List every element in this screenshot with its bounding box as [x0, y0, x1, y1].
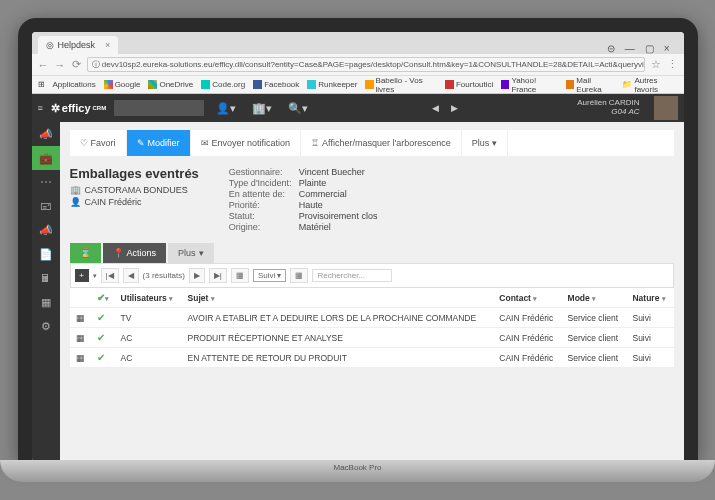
col-contact[interactable]: Contact ▾	[493, 288, 561, 308]
info-icon: ⓘ	[92, 59, 100, 70]
sidebar-item-active[interactable]: 💼	[32, 146, 60, 170]
check-icon: ✔	[91, 308, 115, 328]
record-company[interactable]: 🏢 CASTORAMA BONDUES	[70, 185, 199, 195]
row-menu-icon[interactable]: ▦	[70, 348, 91, 368]
cell-contact: CAIN Frédéric	[493, 348, 561, 368]
sidebar-item[interactable]: 📣	[32, 218, 60, 242]
avatar[interactable]	[654, 96, 678, 120]
table-row[interactable]: ▦✔TVAVOIR A ETABLIR ET A DEDUIRE LORS DE…	[70, 308, 674, 328]
sidebar-item[interactable]: 🖃	[32, 194, 60, 218]
global-search-input[interactable]	[114, 100, 204, 116]
bookmark[interactable]: Applications	[53, 80, 96, 89]
record-contact[interactable]: 👤 CAIN Frédéric	[70, 197, 199, 207]
check-icon: ✔	[91, 328, 115, 348]
col-nature[interactable]: Nature ▾	[626, 288, 673, 308]
col-sujet[interactable]: Sujet ▾	[182, 288, 494, 308]
cell-nature: Suivi	[626, 348, 673, 368]
address-input[interactable]: ⓘ devv10sp2.eureka-solutions.eu/efficy.d…	[87, 57, 645, 72]
minimize-icon[interactable]: —	[625, 43, 635, 54]
sidebar-item[interactable]: 📣	[32, 122, 60, 146]
modifier-button[interactable]: ✎ Modifier	[127, 130, 191, 156]
laptop-base: MacBook Pro	[0, 460, 715, 482]
col-mode[interactable]: Mode ▾	[562, 288, 627, 308]
cell-user: AC	[115, 328, 182, 348]
close-window-icon[interactable]: ×	[664, 43, 670, 54]
cell-nature: Suivi	[626, 308, 673, 328]
plus-button[interactable]: Plus ▾	[462, 130, 509, 156]
last-page-icon[interactable]: ▶|	[209, 268, 227, 283]
envoyer-button[interactable]: ✉ Envoyer notification	[191, 130, 302, 156]
grid-icon[interactable]: ▦	[290, 268, 308, 283]
row-menu-icon[interactable]: ▦	[70, 328, 91, 348]
row-menu-icon[interactable]: ▦	[70, 308, 91, 328]
bookmark[interactable]: Google	[104, 80, 141, 89]
favori-button[interactable]: ♡ Favori	[70, 130, 127, 156]
next-page-icon[interactable]: ▶	[189, 268, 205, 283]
bookmark[interactable]: OneDrive	[148, 80, 193, 89]
tab-actions[interactable]: 📍 Actions	[103, 243, 167, 263]
tab-timer[interactable]: ⌛	[70, 243, 101, 263]
user-block[interactable]: Aurélien CARDIN G04 AC	[577, 99, 639, 117]
table-row[interactable]: ▦✔ACPRODUIT RÉCEPTIONNE ET ANALYSECAIN F…	[70, 328, 674, 348]
url-bar: ← → ⟳ ⓘ devv10sp2.eureka-solutions.eu/ef…	[32, 54, 684, 76]
cell-user: AC	[115, 348, 182, 368]
cell-sujet: EN ATTENTE DE RETOUR DU PRODUIT	[182, 348, 494, 368]
grid-icon[interactable]: ▦	[231, 268, 249, 283]
star-icon[interactable]: ☆	[651, 58, 661, 71]
cell-mode: Service client	[562, 348, 627, 368]
next-icon[interactable]: ▶	[451, 103, 458, 113]
back-icon[interactable]: ←	[38, 59, 49, 71]
tab-plus[interactable]: Plus ▾	[168, 243, 214, 263]
table-row[interactable]: ▦✔ACEN ATTENTE DE RETOUR DU PRODUITCAIN …	[70, 348, 674, 368]
bookmark[interactable]: Fourtoutici	[445, 80, 493, 89]
building-icon[interactable]: 🏢▾	[248, 102, 276, 115]
sub-tabs: ⌛ 📍 Actions Plus ▾	[70, 243, 674, 263]
cell-mode: Service client	[562, 308, 627, 328]
cell-sujet: PRODUIT RÉCEPTIONNE ET ANALYSE	[182, 328, 494, 348]
prev-icon[interactable]: ◀	[432, 103, 439, 113]
prev-page-icon[interactable]: ◀	[123, 268, 139, 283]
first-page-icon[interactable]: |◀	[101, 268, 119, 283]
user-icon[interactable]: 👤▾	[212, 102, 240, 115]
app-logo[interactable]: ✲efficyCRM	[51, 102, 106, 115]
cell-mode: Service client	[562, 328, 627, 348]
account-icon[interactable]: ⊝	[607, 43, 615, 54]
grid-search-input[interactable]: Rechercher...	[312, 269, 392, 282]
reload-icon[interactable]: ⟳	[72, 58, 81, 71]
bookmark[interactable]: Runkeeper	[307, 80, 357, 89]
bookmark[interactable]: Yahoo! France	[501, 76, 558, 94]
cell-user: TV	[115, 308, 182, 328]
search-icon[interactable]: 🔍▾	[284, 102, 312, 115]
tab-title: Helpdesk	[58, 40, 96, 50]
sidebar-item[interactable]: ▦	[32, 290, 60, 314]
add-button[interactable]: +	[75, 269, 89, 282]
bookmark[interactable]: Facebook	[253, 80, 299, 89]
actions-table: ✔▾ Utilisateurs ▾ Sujet ▾ Contact ▾ Mode…	[70, 288, 674, 368]
sidebar-item[interactable]: ⚙	[32, 314, 60, 338]
arborescence-button[interactable]: ♖ Afficher/masquer l'arborescence	[301, 130, 462, 156]
apps-icon[interactable]: ⊞	[38, 80, 45, 89]
url-text: devv10sp2.eureka-solutions.eu/efficy.dll…	[102, 60, 645, 69]
col-users[interactable]: Utilisateurs ▾	[115, 288, 182, 308]
bookmark[interactable]: Babelio - Vos livres	[365, 76, 437, 94]
bookmark[interactable]: Mail Eureka	[566, 76, 614, 94]
grid-toolbar: +▾ |◀ ◀ (3 résultats) ▶ ▶| ▦ Suivi ▾ ▦ R…	[70, 263, 674, 288]
cell-nature: Suivi	[626, 328, 673, 348]
cell-contact: CAIN Frédéric	[493, 308, 561, 328]
close-icon[interactable]: ×	[105, 40, 110, 50]
action-toolbar: ♡ Favori ✎ Modifier ✉ Envoyer notificati…	[70, 130, 674, 156]
sidebar-more[interactable]: ⋯	[32, 170, 60, 194]
user-code: G04 AC	[577, 108, 639, 117]
filter-select[interactable]: Suivi ▾	[253, 269, 287, 282]
menu-icon[interactable]: ≡	[38, 103, 43, 113]
sidebar-item[interactable]: 🖩	[32, 266, 60, 290]
app-topbar: ≡ ✲efficyCRM 👤▾ 🏢▾ 🔍▾ ◀ ▶ Aurélien CARDI…	[32, 94, 684, 122]
maximize-icon[interactable]: ▢	[645, 43, 654, 54]
bookmark[interactable]: Code.org	[201, 80, 245, 89]
menu-icon[interactable]: ⋮	[667, 58, 678, 71]
browser-tab[interactable]: ◎ Helpdesk ×	[38, 36, 119, 54]
record-title: Emballages eventrés	[70, 166, 199, 181]
bookmark-folder[interactable]: 📁 Autres favoris	[622, 76, 677, 94]
forward-icon[interactable]: →	[55, 59, 66, 71]
sidebar-item[interactable]: 📄	[32, 242, 60, 266]
